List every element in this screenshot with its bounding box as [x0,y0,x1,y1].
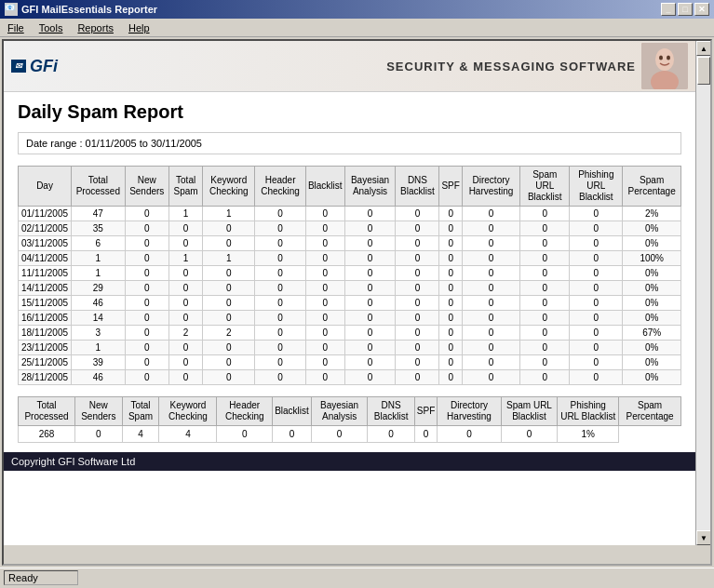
table-row: 04/11/2005101100000000100% [19,251,681,266]
table-cell: 0 [570,355,623,370]
maximize-button[interactable]: □ [678,3,693,16]
table-cell: 0 [570,296,623,311]
close-button[interactable]: ✕ [694,3,709,16]
scroll-up-button[interactable]: ▲ [696,41,711,56]
table-cell: 1 [72,341,126,355]
table-cell: 0 [203,296,255,311]
content-area: ✉ GFi SECURITY & MESSAGING SOFTWARE [4,41,695,545]
table-cell: 0 [168,281,202,296]
window-title: GFI MailEssentials Reporter [21,4,157,15]
table-cell: 0 [396,370,439,385]
footer-totals-row: 26804400000001% [19,426,681,443]
menu-tools[interactable]: Tools [35,21,67,34]
col-keyword: Keyword Checking [203,167,255,207]
main-window: ✉ GFi SECURITY & MESSAGING SOFTWARE [2,39,712,566]
table-cell: 0 [305,251,344,266]
scrollbar[interactable]: ▲ ▼ [695,41,710,545]
footer-col-keyword: Keyword Checking [159,397,217,426]
col-spam-pct: Spam Percentage [623,167,681,207]
footer-cell: 1% [558,426,619,443]
table-cell: 0 [520,296,570,311]
table-cell: 0 [125,236,168,251]
gfi-text: GFi [30,57,58,76]
table-cell: 01/11/2005 [19,207,72,221]
col-bayesian: Bayesian Analysis [344,167,396,207]
table-cell: 0 [203,341,255,355]
table-row: 25/11/200539000000000000% [19,355,681,370]
table-header-row: Day Total Processed New Senders Total Sp… [19,167,681,207]
table-cell: 67% [623,326,681,341]
menu-help[interactable]: Help [125,21,154,34]
footer-col-dns: DNS Blacklist [368,397,414,426]
table-cell: 0 [570,251,623,266]
table-row: 18/11/200530220000000067% [19,326,681,341]
table-cell: 0 [344,341,396,355]
table-cell: 0 [520,355,570,370]
col-spf: SPF [439,167,462,207]
table-cell: 0 [396,207,439,221]
table-cell: 0 [439,221,462,236]
table-cell: 0% [623,236,681,251]
footer-col-bayesian: Bayesian Analysis [311,397,368,426]
table-cell: 0 [439,251,462,266]
table-cell: 0% [623,296,681,311]
table-cell: 0 [439,326,462,341]
gfi-logo-box: ✉ [11,60,26,73]
table-cell: 0 [168,355,202,370]
scroll-track[interactable] [696,56,710,530]
table-cell: 0 [462,370,519,385]
table-cell: 2 [168,326,202,341]
table-cell: 0 [344,296,396,311]
status-text: Ready [8,572,38,583]
table-cell: 6 [72,236,126,251]
table-cell: 0 [305,281,344,296]
report-title: Daily Spam Report [18,101,681,123]
window-controls[interactable]: _ □ ✕ [661,3,709,16]
table-cell: 100% [623,251,681,266]
table-cell: 0 [255,370,306,385]
table-cell: 0% [623,370,681,385]
table-cell: 0 [305,370,344,385]
table-cell: 1 [72,251,126,266]
table-cell: 46 [72,296,126,311]
table-cell: 0 [570,341,623,355]
table-cell: 0 [520,370,570,385]
table-cell: 0 [570,370,623,385]
table-cell: 0 [125,355,168,370]
table-cell: 0 [439,355,462,370]
table-cell: 02/11/2005 [19,221,72,236]
table-cell: 0 [520,221,570,236]
table-cell: 0 [439,207,462,221]
footer-cell: 0 [75,426,123,443]
table-cell: 0% [623,266,681,281]
table-cell: 0 [344,311,396,326]
table-cell: 0 [125,266,168,281]
table-cell: 0 [203,281,255,296]
menu-reports[interactable]: Reports [74,21,117,34]
table-cell: 0 [396,296,439,311]
table-cell: 18/11/2005 [19,326,72,341]
table-cell: 0 [255,326,306,341]
footer-col-blacklist: Blacklist [273,397,312,426]
table-cell: 0 [396,355,439,370]
footer-col-total-processed: Total Processed [19,397,75,426]
scroll-down-button[interactable]: ▼ [696,530,711,545]
table-row: 01/11/200547011000000002% [19,207,681,221]
table-cell: 0 [439,236,462,251]
table-cell: 0 [439,341,462,355]
menu-bar: File Tools Reports Help [0,19,714,37]
col-directory: Directory Harvesting [462,167,519,207]
minimize-button[interactable]: _ [661,3,676,16]
status-panel: Ready [4,570,78,585]
col-dns: DNS Blacklist [396,167,439,207]
menu-file[interactable]: File [4,21,28,34]
table-cell: 0 [462,236,519,251]
table-cell: 0 [203,236,255,251]
footer-col-spf: SPF [414,397,437,426]
table-cell: 28/11/2005 [19,370,72,385]
banner-image [641,43,688,89]
table-cell: 0% [623,341,681,355]
scroll-thumb[interactable] [697,57,710,85]
table-row: 16/11/200514000000000000% [19,311,681,326]
footer-cell: 0 [438,426,501,443]
